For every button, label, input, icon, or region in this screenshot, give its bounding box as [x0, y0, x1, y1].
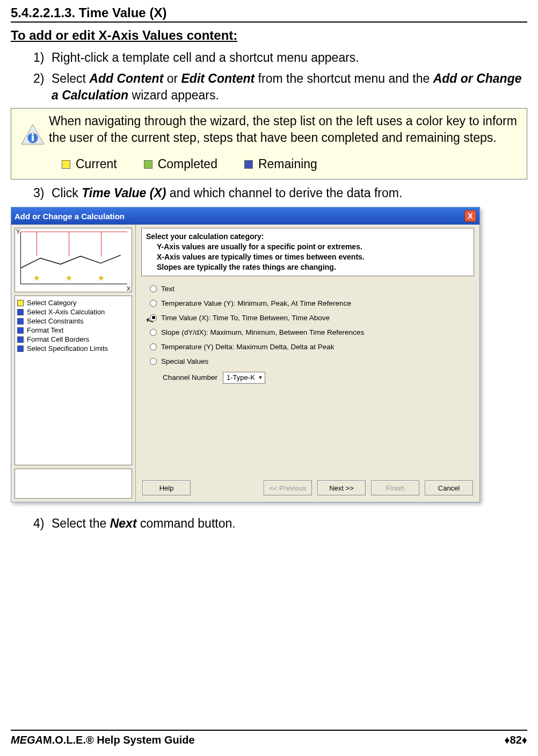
radio-label: Text [161, 285, 175, 293]
step-item: Format Text [17, 326, 129, 335]
step-item: Select X-Axis Calculation [17, 307, 129, 316]
legend-label: Remaining [258, 156, 317, 172]
sub-header: To add or edit X-Axis Values content: [11, 28, 527, 43]
close-button[interactable]: X [464, 210, 476, 222]
radio-icon [150, 358, 157, 365]
star-icon: ★ [33, 273, 40, 282]
note-box: When navigating through the wizard, the … [11, 108, 527, 179]
radio-delta[interactable]: Temperature (Y) Delta: Maximum Delta, De… [150, 343, 474, 351]
step-item: Format Cell Borders [17, 335, 129, 344]
radio-icon [150, 300, 157, 307]
titlebar: Add or Change a Calculation X [11, 207, 479, 225]
diamond-icon: ♦ [504, 734, 510, 746]
list-text: Right-click a template cell and a shortc… [52, 49, 527, 66]
radio-slope[interactable]: Slope (dY/dX): Maximum, Minimum, Between… [150, 328, 474, 336]
channel-combo[interactable]: 1-Type-K [223, 372, 265, 384]
t: from the shortcut menu and the [255, 71, 433, 85]
footer-left: MEGAM.O.L.E.® Help System Guide [11, 734, 195, 746]
list-item: 3) Click Time Value (X) and which channe… [33, 185, 527, 201]
radio-icon [150, 343, 157, 350]
info-icon [17, 113, 49, 148]
list-text: Select the Next command button. [52, 515, 527, 532]
list-number: 1) [33, 49, 52, 66]
list-number: 4) [33, 515, 52, 532]
radio-label: Special Values [161, 357, 208, 365]
cancel-button[interactable]: Cancel [425, 480, 473, 495]
step-swatch-icon [17, 327, 24, 334]
t: or [163, 71, 181, 85]
radio-temp-y[interactable]: Temperature Value (Y): Minimum, Peak, At… [150, 299, 474, 307]
radio-icon [150, 285, 157, 292]
diamond-icon: ♦ [522, 734, 527, 746]
t: command button. [137, 516, 236, 530]
channel-label: Channel Number [163, 373, 217, 381]
svg-rect-3 [32, 133, 34, 135]
cat-h2: Y-Axis values are usually for a specific… [146, 242, 469, 252]
radio-special[interactable]: Special Values [150, 357, 474, 365]
page-number: 82 [510, 734, 522, 746]
step-item: Select Constraints [17, 316, 129, 326]
radio-icon [150, 314, 157, 321]
radio-label: Temperature (Y) Delta: Maximum Delta, De… [161, 343, 335, 351]
legend-remaining: Remaining [244, 156, 317, 172]
list-text: Select Add Content or Edit Content from … [52, 70, 527, 104]
dialog-window: Add or Change a Calculation X Y X [11, 207, 480, 502]
radio-time-x[interactable]: ↖ Time Value (X): Time To, Time Between,… [150, 314, 474, 322]
step-swatch-icon [17, 336, 24, 343]
legend-current: Current [62, 156, 117, 172]
list-text: Click Time Value (X) and which channel t… [52, 185, 527, 201]
steps-list: Select Category Select X-Axis Calculatio… [14, 296, 132, 465]
radio-label: Slope (dY/dX): Maximum, Minimum, Between… [161, 328, 364, 336]
step-label: Format Text [27, 326, 63, 334]
swatch-completed-icon [144, 160, 152, 169]
svg-rect-2 [32, 136, 34, 141]
page-footer: MEGAM.O.L.E.® Help System Guide ♦82♦ [11, 730, 527, 746]
t: Select [52, 71, 89, 85]
t: and which channel to derive the data fro… [166, 186, 402, 200]
step-item: Select Category [17, 298, 129, 307]
step-label: Select X-Axis Calculation [27, 308, 105, 316]
step-label: Select Specification Limits [27, 344, 108, 352]
step-swatch-icon [17, 309, 24, 315]
footer-brand: MEGA [11, 734, 43, 746]
legend-label: Current [76, 156, 117, 172]
step-swatch-icon [17, 300, 24, 306]
t: wizard appears. [128, 88, 219, 102]
axis-y-label: Y [16, 228, 20, 235]
step-label: Select Category [27, 299, 77, 307]
dialog-title: Add or Change a Calculation [14, 212, 125, 221]
description-box [14, 469, 132, 499]
right-pane: Select your calculation category: Y-Axis… [136, 225, 479, 502]
radio-icon [150, 329, 157, 336]
list-item: 4) Select the Next command button. [33, 515, 527, 532]
t: Select the [52, 516, 110, 530]
next-button[interactable]: Next >> [317, 480, 366, 495]
step-swatch-icon [17, 318, 24, 325]
step-item: Select Specification Limits [17, 344, 129, 353]
footer-title: M.O.L.E.® Help System Guide [43, 734, 195, 746]
radio-label: Time Value (X): Time To, Time Between, T… [161, 314, 330, 322]
list-number: 2) [33, 70, 52, 104]
section-number: 5.4.2.2.1.3. Time Value (X) [11, 5, 166, 20]
t: Click [52, 186, 82, 200]
cat-h1: Select your calculation category: [146, 232, 469, 242]
t-bold: Time Value (X) [82, 186, 166, 200]
step-label: Select Constraints [27, 317, 84, 325]
cat-h3: X-Axis values are typically times or tim… [146, 252, 469, 262]
category-header: Select your calculation category: Y-Axis… [141, 228, 474, 276]
section-header: 5.4.2.2.1.3. Time Value (X) [11, 5, 527, 23]
axis-x-label: X [127, 285, 130, 292]
legend-completed: Completed [144, 156, 217, 172]
note-text: When navigating through the wizard, the … [49, 113, 521, 146]
preview-chart: Y X ★ ★ ★ [14, 228, 132, 292]
star-icon: ★ [66, 273, 72, 282]
t-bold: Edit Content [181, 71, 255, 85]
left-pane: Y X ★ ★ ★ [11, 225, 136, 502]
star-icon: ★ [98, 273, 105, 282]
radio-text[interactable]: Text [150, 285, 474, 293]
legend-label: Completed [158, 156, 217, 172]
previous-button: << Previous [264, 480, 312, 495]
footer-right: ♦82♦ [504, 734, 527, 746]
help-button[interactable]: Help [142, 480, 191, 495]
list-item: 1) Right-click a template cell and a sho… [33, 49, 527, 66]
